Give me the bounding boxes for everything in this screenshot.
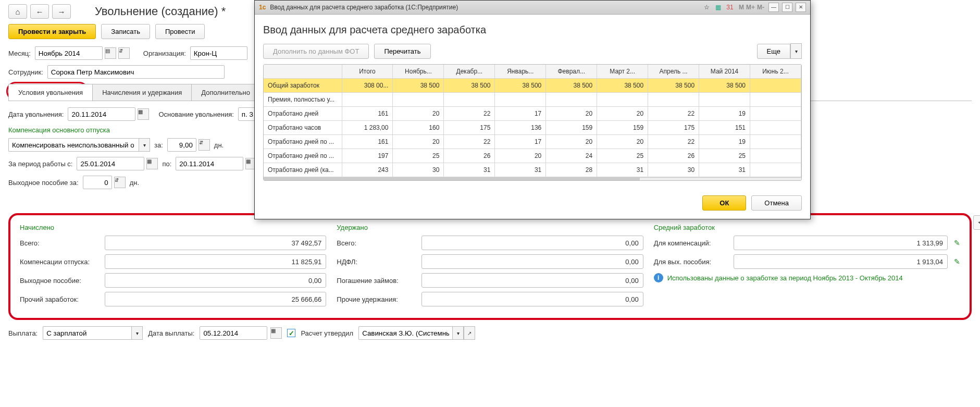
period-from-picker[interactable]: ▦ [146,158,158,169]
table-cell[interactable]: 38 500 [648,79,699,93]
table-column-header[interactable] [264,65,342,79]
compensation-mode-select[interactable] [8,138,139,152]
table-column-header[interactable]: Январь... [495,65,546,79]
period-to-input[interactable] [176,157,243,170]
back-button[interactable]: ← [30,4,49,19]
ok-button[interactable]: ОК [702,195,746,211]
reread-button[interactable]: Перечитать [374,44,430,59]
table-cell[interactable]: 31 [699,163,750,177]
table-cell[interactable] [750,163,801,177]
dismiss-date-picker[interactable]: ▦ [138,108,149,120]
table-cell[interactable] [750,79,801,93]
table-cell[interactable]: 38 500 [495,79,546,93]
employee-input[interactable] [47,65,225,79]
table-column-header[interactable]: Март 2... [597,65,648,79]
month-stepper[interactable]: ▤ [105,47,116,59]
table-cell[interactable]: 20 [393,107,444,121]
table-cell[interactable]: 38 500 [699,79,750,93]
table-cell[interactable]: 25 [597,149,648,163]
table-cell[interactable]: 160 [393,121,444,135]
mem-m-plus[interactable]: M+ [746,4,755,11]
table-row[interactable]: Отработано дней по ...19725262024252625 [264,149,801,163]
table-cell[interactable]: 28 [546,163,597,177]
table-column-header[interactable]: Итого [342,65,393,79]
paydate-input[interactable] [200,326,267,340]
table-cell[interactable]: 20 [546,135,597,149]
table-cell[interactable]: 20 [495,149,546,163]
comp-days-input[interactable] [167,138,196,152]
table-cell[interactable]: 151 [699,121,750,135]
table-cell[interactable]: 20 [546,107,597,121]
table-cell[interactable]: 20 [393,135,444,149]
tab-conditions[interactable]: Условия увольнения [8,84,93,101]
table-cell[interactable]: 17 [495,135,546,149]
paydate-picker[interactable]: ▦ [270,327,282,339]
earnings-table[interactable]: ИтогоНоябрь...Декабр...Январь...Феврал..… [264,65,801,177]
table-row[interactable]: Отработано дней (ка...24330313128313031 [264,163,801,177]
table-horizontal-scrollbar[interactable] [264,177,801,180]
table-cell[interactable] [546,93,597,107]
table-cell[interactable]: 197 [342,149,393,163]
table-cell[interactable]: 20 [597,107,648,121]
dismiss-date-input[interactable] [68,107,135,121]
edit-avg-sev-button[interactable]: ✎ [954,257,960,266]
table-row[interactable]: Отработано дней по ...16120221720202219 [264,135,801,149]
table-cell[interactable]: 22 [444,107,495,121]
period-from-input[interactable] [77,157,144,170]
month-step-up[interactable]: ⇵ [118,47,130,59]
table-cell[interactable]: 19 [699,107,750,121]
refresh-button[interactable]: ⟲ [973,215,980,230]
table-cell[interactable]: 25 [393,149,444,163]
fill-from-fot-button[interactable]: Дополнить по данным ФОТ [263,44,369,59]
table-column-header[interactable]: Май 2014 [699,65,750,79]
table-row[interactable]: Отработано часов1 283,001601751361591591… [264,121,801,135]
table-cell[interactable]: 136 [495,121,546,135]
month-input[interactable] [35,46,103,60]
table-cell[interactable]: 159 [546,121,597,135]
approved-checkbox[interactable]: ✓ [287,329,295,337]
table-cell[interactable]: 22 [444,135,495,149]
approved-by-dropdown[interactable]: ▾ [452,326,464,340]
table-cell[interactable]: 38 500 [546,79,597,93]
table-cell[interactable] [342,93,393,107]
table-cell[interactable]: 22 [648,135,699,149]
table-cell[interactable]: 22 [648,107,699,121]
table-cell[interactable]: 26 [444,149,495,163]
table-cell[interactable]: 25 [699,149,750,163]
minimize-button[interactable]: — [768,3,779,12]
table-cell[interactable] [444,93,495,107]
table-column-header[interactable]: Июнь 2... [750,65,801,79]
table-cell[interactable]: 38 500 [597,79,648,93]
table-cell[interactable]: 175 [444,121,495,135]
table-cell[interactable]: 38 500 [393,79,444,93]
table-cell[interactable]: 308 00... [342,79,393,93]
table-cell[interactable] [648,93,699,107]
table-row[interactable]: Отработано дней16120221720202219 [264,107,801,121]
table-cell[interactable] [750,107,801,121]
post-button[interactable]: Провести [155,24,205,39]
table-cell[interactable]: 159 [597,121,648,135]
table-cell[interactable]: 38 500 [444,79,495,93]
table-cell[interactable] [597,93,648,107]
table-cell[interactable]: 26 [648,149,699,163]
maximize-button[interactable]: ☐ [782,3,792,12]
table-column-header[interactable]: Апрель ... [648,65,699,79]
compensation-mode-dropdown[interactable]: ▾ [139,138,150,152]
table-cell[interactable]: 175 [648,121,699,135]
table-cell[interactable]: 243 [342,163,393,177]
table-cell[interactable]: 30 [393,163,444,177]
table-cell[interactable] [750,135,801,149]
save-button[interactable]: Записать [101,24,150,39]
table-cell[interactable]: 31 [495,163,546,177]
table-cell[interactable]: 20 [597,135,648,149]
more-dropdown[interactable]: ▾ [790,43,802,59]
calendar-icon[interactable]: 31 [725,3,735,12]
calculator-icon[interactable]: ▦ [714,3,723,12]
table-cell[interactable]: 161 [342,107,393,121]
more-button[interactable]: Еще [757,44,790,59]
table-cell[interactable]: 19 [699,135,750,149]
comp-days-stepper[interactable]: ⇵ [199,139,210,151]
table-cell[interactable]: 31 [597,163,648,177]
table-column-header[interactable]: Феврал... [546,65,597,79]
payment-dropdown[interactable]: ▾ [131,326,143,340]
